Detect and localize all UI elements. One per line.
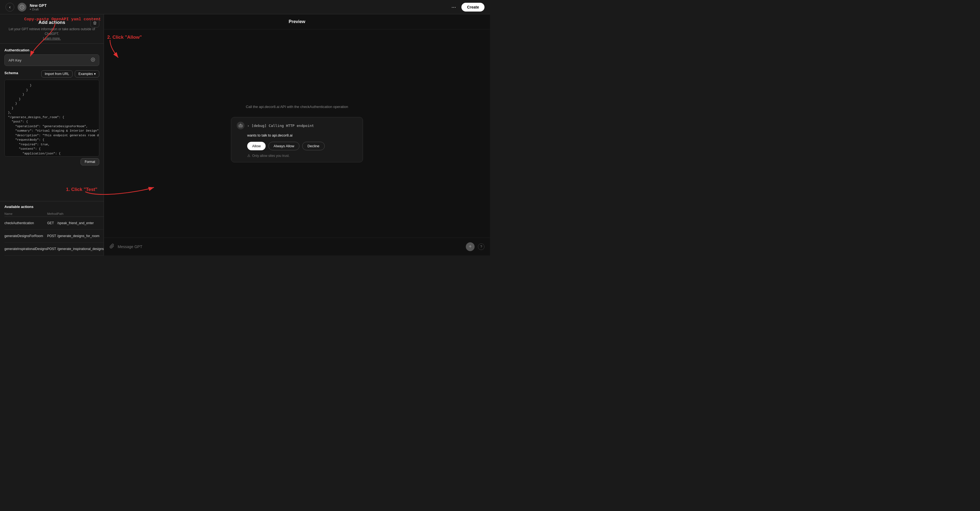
preview-header: Preview — [104, 14, 490, 29]
table-row: checkAuthentication GET /speak_friend_an… — [5, 217, 104, 230]
calling-http-header: › [debug] Calling HTTP endpoint — [237, 122, 357, 129]
attachment-button[interactable] — [110, 244, 115, 250]
gpt-status: Draft — [30, 8, 46, 11]
help-button[interactable]: ? — [478, 243, 485, 250]
action-name: generateInspirationalDesigns — [5, 243, 47, 256]
preview-title: Preview — [109, 19, 485, 24]
warning-icon: ⚠ — [247, 154, 250, 158]
action-name: checkAuthentication — [5, 217, 47, 230]
calling-http-card: › [debug] Calling HTTP endpoint wants to… — [231, 117, 363, 162]
col-name: Name — [5, 211, 47, 217]
action-path: /generate_designs_for_room — [57, 230, 103, 243]
schema-section: Schema Import from URL Examples ▾ } } } … — [5, 70, 99, 165]
col-path: Path — [57, 211, 103, 217]
preview-content: Call the api.decor8.ai API with the chec… — [104, 29, 490, 238]
topbar-left: ‹ New GPT Draft — [5, 3, 46, 11]
api-key-value: API Key — [8, 58, 91, 62]
gear-button[interactable] — [91, 57, 95, 63]
left-content: Authentication API Key Schema — [0, 44, 103, 201]
examples-button[interactable]: Examples ▾ — [75, 70, 99, 78]
schema-header: Schema Import from URL Examples ▾ — [5, 70, 99, 78]
col-method: Method — [47, 211, 57, 217]
svg-point-1 — [92, 59, 94, 60]
message-input-area: ? — [104, 238, 490, 256]
available-actions-title: Available actions — [5, 205, 99, 209]
format-btn-container: Format — [5, 158, 99, 165]
back-button[interactable]: ‹ — [5, 3, 14, 11]
right-panel: Preview Call the api.decor8.ai API with … — [104, 14, 490, 256]
learn-more-link[interactable]: Learn more. — [43, 36, 61, 40]
add-actions-subtitle: Let your GPT retrieve information or tak… — [5, 27, 98, 41]
actions-table: Name Method Path checkAuthentication GET… — [5, 211, 104, 256]
action-method: GET — [47, 217, 57, 230]
action-method: POST — [47, 230, 57, 243]
add-actions-header: Add actions Let your GPT retrieve inform… — [0, 14, 103, 44]
left-panel: Add actions Let your GPT retrieve inform… — [0, 14, 104, 256]
action-path: /speak_friend_and_enter — [57, 217, 103, 230]
send-button[interactable] — [466, 242, 475, 251]
table-row: generateDesignsForRoom POST /generate_de… — [5, 230, 104, 243]
always-allow-button[interactable]: Always Allow — [268, 142, 299, 150]
main-layout: Add actions Let your GPT retrieve inform… — [0, 14, 490, 256]
gpt-info: New GPT Draft — [30, 3, 46, 11]
topbar-right: ··· Create — [449, 3, 485, 11]
decline-button[interactable]: Decline — [302, 142, 325, 150]
action-name: generateDesignsForRoom — [5, 230, 47, 243]
trust-warning: ⚠ Only allow sites you trust. — [237, 154, 357, 158]
wants-to-talk: wants to talk to api.decor8.ai — [237, 133, 357, 137]
allow-button[interactable]: Allow — [247, 142, 266, 150]
preview-description: Call the api.decor8.ai API with the chec… — [246, 105, 348, 109]
format-button[interactable]: Format — [81, 158, 99, 165]
import-url-button[interactable]: Import from URL — [41, 70, 73, 78]
add-actions-title: Add actions — [5, 20, 98, 25]
more-options-button[interactable]: ··· — [449, 3, 458, 11]
gpt-name: New GPT — [30, 3, 46, 8]
trash-button[interactable] — [91, 19, 99, 27]
topbar: ‹ New GPT Draft ··· Create — [0, 0, 490, 14]
authentication-label: Authentication — [5, 48, 99, 52]
table-row: generateInspirationalDesigns POST /gener… — [5, 243, 104, 256]
action-path: /generate_inspirational_designs — [57, 243, 103, 256]
permission-buttons: Allow Always Allow Decline — [237, 142, 357, 150]
message-input[interactable] — [118, 244, 463, 249]
api-key-row: API Key — [5, 54, 99, 66]
available-actions: Available actions Name Method Path check… — [0, 201, 103, 256]
action-method: POST — [47, 243, 57, 256]
calling-http-title: › [debug] Calling HTTP endpoint — [247, 124, 314, 128]
robot-icon — [237, 122, 245, 129]
schema-label: Schema — [5, 71, 18, 75]
gpt-avatar — [18, 3, 26, 11]
create-button[interactable]: Create — [461, 3, 485, 11]
schema-actions: Import from URL Examples ▾ — [41, 70, 99, 78]
schema-editor[interactable]: } } } } } } }, "/generate_designs_for_ro… — [5, 80, 99, 157]
trust-warning-text: Only allow sites you trust. — [252, 154, 290, 158]
